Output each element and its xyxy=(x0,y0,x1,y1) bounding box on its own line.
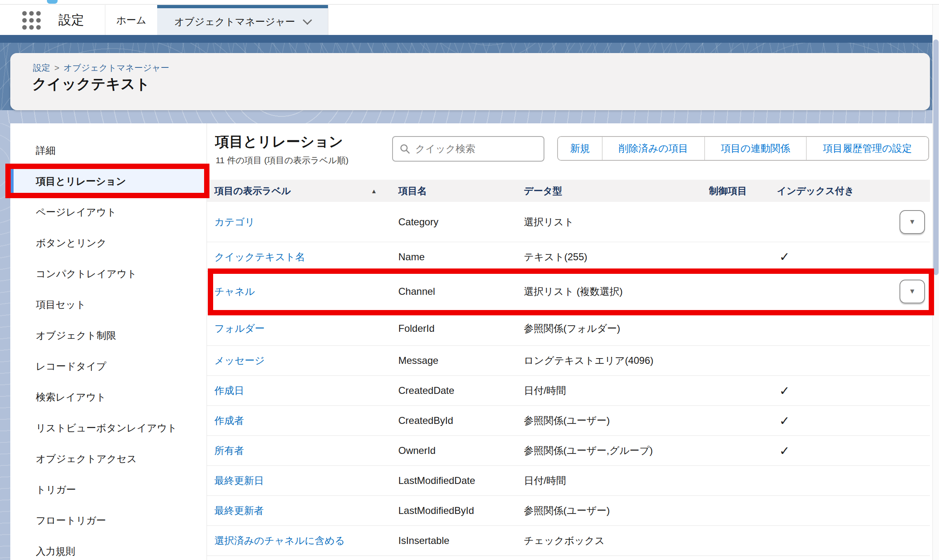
data-type-cell: ロングテキストエリア(4096) xyxy=(516,354,702,367)
sidebar-item-label: トリガー xyxy=(36,483,76,496)
sidebar-item[interactable]: 項目セット xyxy=(10,289,207,320)
section-item-count: 11 件の項目 (項目の表示ラベル順) xyxy=(216,155,349,166)
page-scrollbar-track[interactable] xyxy=(932,5,939,560)
table-body: カテゴリCategory選択リスト▼クイックテキスト名Nameテキスト(255)… xyxy=(207,202,930,556)
sidebar-item-label: ボタンとリンク xyxy=(36,236,107,250)
field-label-link[interactable]: 選択済みのチャネルに含める xyxy=(207,534,391,547)
field-dependencies-button[interactable]: 項目の連動関係 xyxy=(704,137,806,160)
tab-home[interactable]: ホーム xyxy=(105,5,157,35)
field-label-link[interactable]: クイックテキスト名 xyxy=(207,250,391,264)
sort-ascending-icon: ▲ xyxy=(371,187,377,194)
field-name-cell: Name xyxy=(391,251,516,263)
table-row: チャネルChannel選択リスト (複数選択)▼ xyxy=(207,272,930,311)
sidebar-item[interactable]: 入力規則 xyxy=(10,536,207,560)
field-name-cell: LastModifiedDate xyxy=(391,475,516,486)
breadcrumb-setup-link[interactable]: 設定 xyxy=(33,62,50,74)
setup-header-light-band xyxy=(0,110,939,123)
row-menu-button[interactable]: ▼ xyxy=(899,280,925,303)
field-label-link[interactable]: チャネル xyxy=(207,285,391,298)
breadcrumb-object-manager-link[interactable]: オブジェクトマネージャー xyxy=(63,62,169,74)
breadcrumb-separator: > xyxy=(54,63,59,73)
app-launcher-waffle-icon[interactable] xyxy=(22,11,41,30)
column-header-controlling-field[interactable]: 制御項目 xyxy=(702,185,769,197)
sidebar-nav: 詳細項目とリレーションページレイアウトボタンとリンクコンパクトレイアウト項目セッ… xyxy=(10,123,207,560)
sidebar-item[interactable]: ページレイアウト xyxy=(10,197,207,227)
field-name-cell: Message xyxy=(391,355,516,366)
new-button[interactable]: 新規 xyxy=(558,137,602,160)
sidebar-item[interactable]: リストビューボタンレイアウト xyxy=(10,412,207,443)
column-header-indexed[interactable]: インデックス付き xyxy=(769,185,876,197)
field-label-link[interactable]: カテゴリ xyxy=(207,215,391,229)
page-scrollbar-thumb[interactable] xyxy=(933,39,939,275)
table-actions: 新規削除済みの項目項目の連動関係項目履歴管理の設定 xyxy=(557,136,929,161)
column-header-field-name[interactable]: 項目名 xyxy=(391,185,516,197)
field-label-link[interactable]: 最終更新日 xyxy=(207,474,391,487)
page-title: クイックテキスト xyxy=(32,74,150,94)
table-row: 作成日CreatedDate日付/時間✓ xyxy=(207,376,930,406)
field-label-link[interactable]: フォルダー xyxy=(207,322,391,335)
table-row: メッセージMessageロングテキストエリア(4096) xyxy=(207,346,930,376)
browser-top-strip xyxy=(0,0,939,5)
table-row: 最終更新日LastModifiedDate日付/時間 xyxy=(207,466,930,496)
data-type-cell: チェックボックス xyxy=(516,534,702,547)
field-label-link[interactable]: メッセージ xyxy=(207,354,391,367)
field-label-link[interactable]: 作成日 xyxy=(207,384,391,397)
column-header-field-label[interactable]: 項目の表示ラベル ▲ xyxy=(207,185,391,197)
sidebar-item-label: レコードタイプ xyxy=(36,360,106,373)
setup-header-dark-band xyxy=(0,35,939,43)
data-type-cell: 日付/時間 xyxy=(516,474,702,487)
sidebar-item[interactable]: 詳細 xyxy=(10,135,207,166)
field-label-link[interactable]: 作成者 xyxy=(207,414,391,427)
field-label-link[interactable]: 最終更新者 xyxy=(207,504,391,517)
sidebar-item[interactable]: 項目とリレーション xyxy=(10,166,207,197)
sidebar-item[interactable]: オブジェクト制限 xyxy=(10,320,207,351)
object-header-card: 設定 > オブジェクトマネージャー クイックテキスト xyxy=(10,53,930,110)
sidebar-item-label: オブジェクト制限 xyxy=(36,329,116,342)
field-name-cell: Category xyxy=(391,216,516,228)
field-name-cell: FolderId xyxy=(391,323,516,334)
indexed-check-icon: ✓ xyxy=(769,384,876,398)
breadcrumb: 設定 > オブジェクトマネージャー xyxy=(33,62,169,74)
sidebar-item-label: 詳細 xyxy=(36,144,56,157)
setup-app-label: 設定 xyxy=(58,5,84,35)
table-row: 選択済みのチャネルに含めるIsInsertableチェックボックス xyxy=(207,526,930,556)
field-label-link[interactable]: 所有者 xyxy=(207,444,391,457)
sidebar-item-label: リストビューボタンレイアウト xyxy=(36,421,177,435)
sidebar-item[interactable]: オブジェクトアクセス xyxy=(10,443,207,474)
sidebar-item-label: コンパクトレイアウト xyxy=(36,267,137,280)
sidebar-item-label: 項目とリレーション xyxy=(36,175,126,188)
quick-find-input[interactable] xyxy=(415,143,530,155)
sidebar-item[interactable]: コンパクトレイアウト xyxy=(10,258,207,289)
data-type-cell: 日付/時間 xyxy=(516,384,702,397)
section-title: 項目とリレーション xyxy=(215,132,343,151)
sidebar-item[interactable]: ボタンとリンク xyxy=(10,227,207,258)
indexed-check-icon: ✓ xyxy=(769,444,876,458)
sidebar-item-label: 入力規則 xyxy=(36,545,75,558)
sidebar-item-label: フロートリガー xyxy=(36,514,106,527)
field-name-cell: LastModifiedById xyxy=(391,505,516,516)
data-type-cell: 選択リスト (複数選択) xyxy=(516,285,702,298)
row-menu-button[interactable]: ▼ xyxy=(899,210,925,234)
sidebar-item[interactable]: レコードタイプ xyxy=(10,351,207,382)
sidebar-item[interactable]: 検索レイアウト xyxy=(10,382,207,412)
deleted-fields-button[interactable]: 削除済みの項目 xyxy=(602,137,704,160)
data-type-cell: 参照関係(ユーザー) xyxy=(516,504,702,517)
table-row: カテゴリCategory選択リスト▼ xyxy=(207,202,930,242)
sidebar-item[interactable]: トリガー xyxy=(10,474,207,505)
table-row: 作成者CreatedById参照関係(ユーザー)✓ xyxy=(207,406,930,436)
field-name-cell: CreatedById xyxy=(391,415,516,426)
sidebar-item[interactable]: フロートリガー xyxy=(10,505,207,536)
column-header-data-type[interactable]: データ型 xyxy=(516,185,702,197)
row-action-cell: ▼ xyxy=(876,210,930,234)
data-type-cell: 参照関係(ユーザー) xyxy=(516,414,702,427)
object-manager-content-card: 詳細項目とリレーションページレイアウトボタンとリンクコンパクトレイアウト項目セッ… xyxy=(10,123,930,560)
field-name-cell: Channel xyxy=(391,286,516,297)
data-type-cell: テキスト(255) xyxy=(516,250,702,264)
field-name-cell: OwnerId xyxy=(391,445,516,456)
table-header-row: 項目の表示ラベル ▲ 項目名 データ型 制御項目 インデックス付き xyxy=(207,180,930,202)
global-nav: 設定 ホーム オブジェクトマネージャー xyxy=(0,5,939,35)
sidebar-item-label: 項目セット xyxy=(36,298,86,311)
tab-object-manager[interactable]: オブジェクトマネージャー xyxy=(157,5,328,35)
field-history-tracking-button[interactable]: 項目履歴管理の設定 xyxy=(806,137,928,160)
table-row: フォルダーFolderId参照関係(フォルダー) xyxy=(207,311,930,346)
